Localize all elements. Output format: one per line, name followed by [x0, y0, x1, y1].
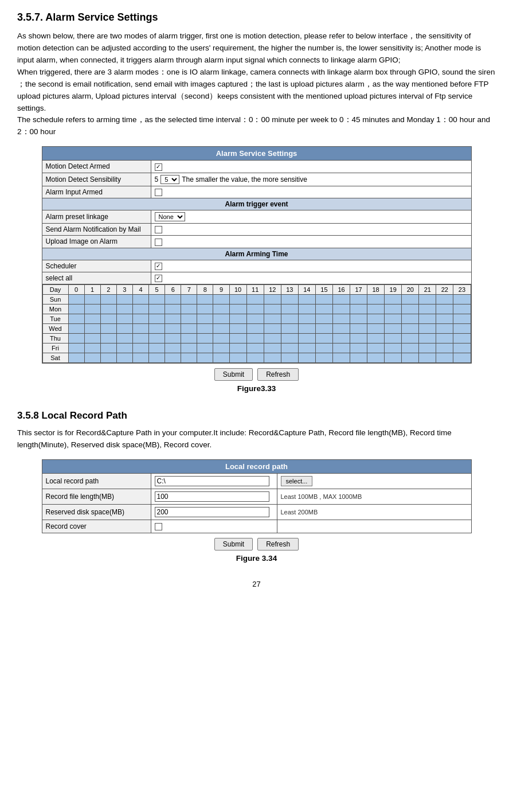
- reserved-disk-space-value[interactable]: [151, 505, 277, 520]
- alarm-input-armed-checkbox[interactable]: [155, 189, 162, 196]
- page-number: 27: [17, 580, 496, 588]
- scheduler-value[interactable]: [151, 260, 471, 272]
- schedule-row-wed: Wed: [42, 324, 471, 334]
- alarm-figure-caption: Figure3.33: [237, 384, 276, 393]
- select-path-button[interactable]: select...: [281, 476, 313, 486]
- local-record-description: This sector is for Record&Capture Path i…: [17, 427, 496, 451]
- alarm-service-section: 3.5.7. Alarm Service Settings As shown b…: [17, 11, 496, 393]
- local-record-figure-container: Local record path Local record path sele…: [17, 459, 496, 563]
- record-file-length-hint: Least 100MB , MAX 1000MB: [277, 489, 471, 505]
- schedule-grid-cell: Day 0 1 2 3 4 5 6 7 8 9 10 11: [42, 284, 471, 364]
- upload-image-on-alarm-checkbox[interactable]: [155, 239, 162, 246]
- wed-label: Wed: [42, 324, 68, 334]
- send-alarm-notification-label: Send Alarm Notification by Mail: [42, 223, 151, 235]
- schedule-row-fri: Fri: [42, 343, 471, 353]
- select-all-checkbox[interactable]: [155, 275, 162, 282]
- motion-detect-armed-value[interactable]: [151, 161, 471, 173]
- alarm-refresh-button[interactable]: Refresh: [257, 368, 299, 381]
- thu-label: Thu: [42, 334, 68, 343]
- tue-label: Tue: [42, 314, 68, 324]
- sun-label: Sun: [42, 295, 68, 304]
- record-file-length-label: Record file length(MB): [42, 489, 151, 505]
- alarm-preset-linkage-select[interactable]: None: [155, 212, 185, 221]
- day-header: Day: [42, 285, 68, 295]
- alarm-preset-linkage-label: Alarm preset linkage: [42, 210, 151, 223]
- upload-image-on-alarm-value[interactable]: [151, 236, 471, 248]
- record-cover-label: Record cover: [42, 520, 151, 533]
- sensibility-select[interactable]: 5: [160, 175, 179, 184]
- reserved-disk-space-input[interactable]: [155, 507, 269, 517]
- motion-detect-sensibility-label: Motion Detect Sensibility: [42, 173, 151, 186]
- local-record-path-input[interactable]: [155, 476, 269, 486]
- motion-detect-sensibility-value[interactable]: 5 5 The smaller the value, the more sens…: [151, 173, 471, 186]
- record-cover-checkbox[interactable]: [155, 523, 162, 530]
- sensibility-value: 5: [155, 175, 159, 184]
- local-record-path-label: Local record path: [42, 474, 151, 489]
- alarm-service-description: As shown below, there are two modes of a…: [17, 30, 496, 138]
- scheduler-label: Scheduler: [42, 260, 151, 272]
- select-all-label: select all: [42, 272, 151, 284]
- motion-detect-armed-label: Motion Detect Armed: [42, 161, 151, 173]
- reserved-disk-space-label: Reserved disk space(MB): [42, 505, 151, 520]
- local-record-title: 3.5.8 Local Record Path: [17, 410, 496, 421]
- alarm-table-title: Alarm Service Settings: [42, 147, 471, 161]
- record-refresh-button[interactable]: Refresh: [257, 538, 299, 551]
- alarm-submit-button[interactable]: Submit: [214, 368, 253, 381]
- schedule-row-mon: Mon: [42, 304, 471, 314]
- schedule-row-sat: Sat: [42, 353, 471, 363]
- schedule-row-tue: Tue: [42, 314, 471, 324]
- sat-label: Sat: [42, 353, 68, 363]
- mon-label: Mon: [42, 304, 68, 314]
- alarm-trigger-header: Alarm trigger event: [42, 198, 471, 210]
- local-record-section: 3.5.8 Local Record Path This sector is f…: [17, 410, 496, 563]
- record-cover-hint: [277, 520, 471, 533]
- record-file-length-input[interactable]: [155, 491, 269, 502]
- upload-image-on-alarm-label: Upload Image on Alarm: [42, 236, 151, 248]
- fri-label: Fri: [42, 343, 68, 353]
- local-record-path-value[interactable]: [151, 474, 277, 489]
- local-record-table-title: Local record path: [42, 460, 471, 474]
- alarm-input-armed-label: Alarm Input Armed: [42, 186, 151, 198]
- schedule-grid: Day 0 1 2 3 4 5 6 7 8 9 10 11: [42, 284, 471, 363]
- record-button-row: Submit Refresh: [214, 538, 299, 551]
- record-file-length-value[interactable]: [151, 489, 277, 505]
- alarm-preset-linkage-value[interactable]: None: [151, 210, 471, 223]
- schedule-header-row: Day 0 1 2 3 4 5 6 7 8 9 10 11: [42, 285, 471, 295]
- record-cover-value[interactable]: [151, 520, 277, 533]
- reserved-disk-space-hint: Least 200MB: [277, 505, 471, 520]
- alarm-service-title: 3.5.7. Alarm Service Settings: [17, 11, 496, 24]
- select-all-value[interactable]: [151, 272, 471, 284]
- alarm-button-row: Submit Refresh: [214, 368, 299, 381]
- local-record-figure-caption: Figure 3.34: [236, 554, 277, 563]
- local-record-path-hint[interactable]: select...: [277, 474, 471, 489]
- schedule-row-thu: Thu: [42, 334, 471, 343]
- scheduler-checkbox[interactable]: [155, 263, 162, 270]
- record-submit-button[interactable]: Submit: [214, 538, 253, 551]
- schedule-row-sun: Sun: [42, 295, 471, 304]
- motion-detect-armed-checkbox[interactable]: [155, 163, 162, 171]
- alarm-figure-container: Alarm Service Settings Motion Detect Arm…: [17, 146, 496, 393]
- sensibility-hint: The smaller the value, the more sensitiv…: [182, 175, 307, 184]
- alarm-input-armed-value[interactable]: [151, 186, 471, 198]
- send-alarm-notification-value[interactable]: [151, 223, 471, 235]
- local-record-table: Local record path Local record path sele…: [42, 459, 472, 533]
- alarm-settings-table: Alarm Service Settings Motion Detect Arm…: [42, 146, 472, 364]
- alarm-arming-time-header: Alarm Arming Time: [42, 248, 471, 260]
- send-alarm-notification-checkbox[interactable]: [155, 226, 162, 233]
